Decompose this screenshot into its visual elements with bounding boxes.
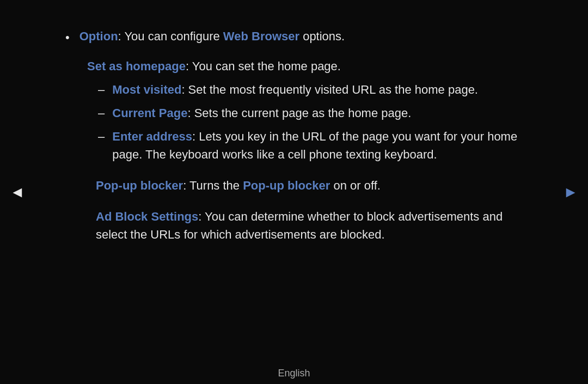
most-visited-text: Most visited: Set the most frequently vi… xyxy=(112,81,478,99)
next-arrow[interactable]: ► xyxy=(563,181,578,204)
set-as-homepage-line: Set as homepage: You can set the home pa… xyxy=(87,57,523,75)
option-label: Option xyxy=(79,29,118,43)
current-page-desc: : Sets the current page as the home page… xyxy=(187,106,411,120)
popup-blocker-end: on or off. xyxy=(330,179,381,192)
option-connector: : You can configure xyxy=(118,29,223,43)
popup-blocker-label2: Pop-up blocker xyxy=(243,179,330,192)
current-page-text: Current Page: Sets the current page as t… xyxy=(112,104,411,122)
set-as-homepage-label: Set as homepage xyxy=(87,59,186,73)
ad-block-section: Ad Block Settings: You can determine whe… xyxy=(96,208,523,243)
current-page-item: – Current Page: Sets the current page as… xyxy=(98,104,523,122)
footer: English xyxy=(0,362,588,384)
most-visited-label: Most visited xyxy=(112,83,181,96)
popup-blocker-label: Pop-up blocker xyxy=(96,179,183,192)
language-label: English xyxy=(278,366,310,381)
dash1: – xyxy=(98,81,105,99)
ad-block-label: Ad Block Settings xyxy=(96,210,198,223)
current-page-label: Current Page xyxy=(112,106,187,120)
enter-address-text: Enter address: Lets you key in the URL o… xyxy=(112,127,523,163)
web-browser-label: Web Browser xyxy=(223,29,299,43)
prev-arrow[interactable]: ◄ xyxy=(10,181,25,204)
popup-blocker-connector: : Turns the xyxy=(183,179,243,192)
dash2: – xyxy=(98,104,105,122)
set-as-homepage-section: Set as homepage: You can set the home pa… xyxy=(87,57,523,169)
set-as-homepage-text: : You can set the home page. xyxy=(186,59,341,73)
enter-address-item: – Enter address: Lets you key in the URL… xyxy=(98,127,523,163)
option-end: options. xyxy=(299,29,345,43)
option-text: Option: You can configure Web Browser op… xyxy=(79,27,523,45)
main-content: • Option: You can configure Web Browser … xyxy=(0,0,588,362)
bullet-dot: • xyxy=(65,28,70,46)
option-item: • Option: You can configure Web Browser … xyxy=(65,27,523,46)
enter-address-label: Enter address xyxy=(112,130,192,143)
most-visited-desc: : Set the most frequently visited URL as… xyxy=(181,83,478,96)
dash3: – xyxy=(98,127,105,145)
popup-blocker-section: Pop-up blocker: Turns the Pop-up blocker… xyxy=(96,176,523,194)
most-visited-item: – Most visited: Set the most frequently … xyxy=(98,81,523,99)
